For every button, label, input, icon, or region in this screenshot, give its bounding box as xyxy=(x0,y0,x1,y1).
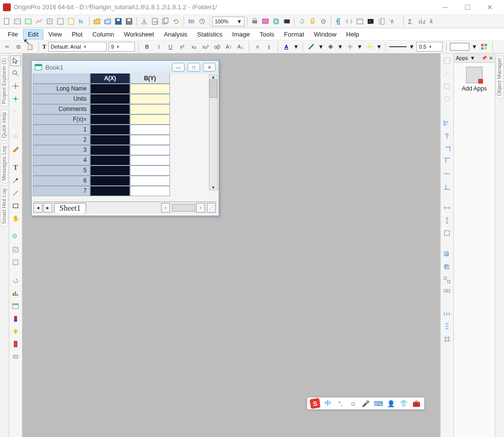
data-selector-tool[interactable] xyxy=(10,106,21,117)
text-tool[interactable]: T xyxy=(10,163,21,173)
hscroll-track[interactable] xyxy=(172,204,195,212)
import-ascii-button[interactable]: 101 xyxy=(150,17,160,26)
line-tool[interactable] xyxy=(10,188,21,199)
row-header[interactable]: 2 xyxy=(33,135,90,145)
ime-lang[interactable]: 中 xyxy=(323,399,333,408)
snap-grid[interactable] xyxy=(442,334,452,345)
stats-button[interactable] xyxy=(417,17,427,26)
close-button[interactable]: ✕ xyxy=(479,0,501,14)
row-header[interactable]: 6 xyxy=(33,176,90,186)
row-header[interactable]: 4 xyxy=(33,155,90,165)
layer-tool-3[interactable] xyxy=(442,81,452,91)
new-excel-button[interactable] xyxy=(23,17,33,26)
menu-view[interactable]: View xyxy=(43,29,67,39)
ungroup[interactable] xyxy=(442,287,452,298)
cell[interactable] xyxy=(90,186,130,196)
rescale-tool[interactable] xyxy=(10,244,21,255)
tab-quick-help[interactable]: Quick Help xyxy=(0,109,8,141)
new-matrix-button[interactable] xyxy=(45,17,55,26)
bring-front[interactable] xyxy=(442,249,452,260)
new-layout-button[interactable] xyxy=(56,17,65,26)
group[interactable] xyxy=(442,274,452,285)
digitizer-button[interactable] xyxy=(318,17,328,26)
cell[interactable] xyxy=(130,145,170,155)
ime-skin-icon[interactable]: 👕 xyxy=(399,399,409,408)
new-notes-button[interactable] xyxy=(66,17,76,26)
resize-grip[interactable]: ⋰ xyxy=(207,203,216,213)
fill-color-button[interactable] xyxy=(326,42,336,52)
menu-help[interactable]: Help xyxy=(341,29,364,39)
insert-graph-tool[interactable] xyxy=(10,288,21,299)
cell[interactable] xyxy=(130,176,170,186)
layer-tool-2[interactable] xyxy=(442,68,452,79)
row-header[interactable]: 5 xyxy=(33,165,90,176)
slide-button[interactable] xyxy=(261,17,270,26)
superscript-button[interactable]: x² xyxy=(177,42,187,52)
rectangle-tool[interactable] xyxy=(10,200,21,211)
roi-tool[interactable] xyxy=(10,257,21,268)
obj-align-top[interactable] xyxy=(442,156,452,166)
ime-punct-icon[interactable]: °, xyxy=(336,399,345,408)
rotate-tool[interactable] xyxy=(10,275,21,286)
col-header-a[interactable]: A(X) xyxy=(90,73,130,84)
cell[interactable] xyxy=(130,165,170,176)
refresh-button[interactable] xyxy=(297,17,307,26)
menu-tools[interactable]: Tools xyxy=(255,29,279,39)
add-column-button[interactable]: + xyxy=(334,17,343,26)
zoom-combo[interactable]: 100% ▼ xyxy=(212,17,244,26)
ime-tools-icon[interactable]: 🧰 xyxy=(411,399,421,408)
cell[interactable] xyxy=(130,155,170,165)
italic-button[interactable]: I xyxy=(154,42,164,52)
dropdown-icon[interactable]: ▼ xyxy=(318,43,324,50)
tab-nav-next[interactable]: ► xyxy=(43,203,52,213)
recalculate-button[interactable] xyxy=(197,17,207,26)
hscroll-right[interactable]: › xyxy=(196,203,205,213)
duplicate-button[interactable] xyxy=(271,17,281,26)
results-log-button[interactable] xyxy=(355,17,365,26)
workbook-window[interactable]: Book1 — □ ✕ A(X) B(Y) Long Name Units Co… xyxy=(31,60,219,216)
zoom-tool[interactable] xyxy=(10,68,21,79)
tab-object-manager[interactable]: Object Manager xyxy=(496,55,504,98)
row-header[interactable]: 7 xyxy=(33,186,90,196)
transfer-button[interactable] xyxy=(387,17,397,26)
cell[interactable] xyxy=(130,135,170,145)
obj-align-middle[interactable] xyxy=(442,168,452,179)
book-maximize-button[interactable]: □ xyxy=(187,63,200,72)
dropdown-icon[interactable]: ▼ xyxy=(357,43,363,50)
row-header[interactable]: 1 xyxy=(33,125,90,135)
bold-button[interactable]: B xyxy=(142,42,152,52)
data-reader-tool[interactable] xyxy=(10,93,21,104)
col-header-b[interactable]: B(Y) xyxy=(130,73,170,84)
open-button[interactable] xyxy=(92,17,102,26)
cell[interactable] xyxy=(90,135,130,145)
pin-icon[interactable]: 📌 xyxy=(482,55,487,60)
menu-column[interactable]: Column xyxy=(88,29,119,39)
cell[interactable] xyxy=(130,186,170,196)
video-button[interactable] xyxy=(282,17,292,26)
cell[interactable] xyxy=(90,94,130,104)
book-close-button[interactable]: ✕ xyxy=(203,63,216,72)
dropdown-icon[interactable]: ▼ xyxy=(376,43,382,50)
menu-worksheet[interactable]: Worksheet xyxy=(119,29,159,39)
dropdown-icon[interactable]: ▼ xyxy=(293,43,299,50)
cell[interactable] xyxy=(90,145,130,155)
tab-smart-hint-log[interactable]: Smart Hint Log xyxy=(0,186,8,226)
draw-data-tool[interactable] xyxy=(10,144,21,155)
sigma-button[interactable]: Σ xyxy=(406,17,416,26)
dropdown-icon[interactable]: ▼ xyxy=(471,43,477,50)
button-tool[interactable] xyxy=(10,351,21,362)
hscroll-left[interactable]: ‹ xyxy=(161,203,170,213)
tab-nav-prev[interactable]: ◄ xyxy=(34,203,42,213)
batch-button[interactable] xyxy=(187,17,196,26)
arrow-tool[interactable] xyxy=(10,175,21,186)
cell[interactable] xyxy=(130,94,170,104)
layer-tool-1[interactable] xyxy=(442,55,452,66)
lock-button[interactable] xyxy=(308,17,317,26)
worksheet-grid[interactable]: A(X) B(Y) Long Name Units Comments F(x)=… xyxy=(33,73,210,196)
vertical-scrollbar[interactable]: ▲ ▼ xyxy=(209,74,218,190)
font-combo[interactable]: Default: Arial ▼ xyxy=(48,42,107,52)
reimport-button[interactable] xyxy=(171,17,181,26)
cell[interactable] xyxy=(90,104,130,114)
row-units[interactable]: Units xyxy=(33,94,90,104)
ime-toolbar[interactable]: S 中 °, ☺ 🎤 ⌨ 👤 👕 🧰 xyxy=(307,397,425,410)
